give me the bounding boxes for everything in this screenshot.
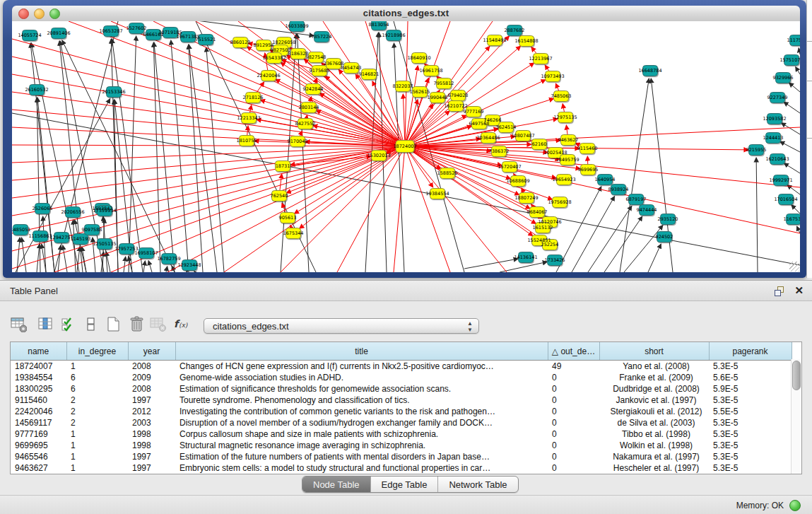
svg-text:8860123: 8860123 <box>230 40 251 45</box>
svg-text:22420046: 22420046 <box>257 73 280 78</box>
row-height-icon[interactable] <box>82 315 102 335</box>
svg-text:12975135: 12975135 <box>553 115 577 120</box>
network-table-select[interactable]: citations_edges.txt ▲▼ <box>204 318 479 334</box>
table-row[interactable]: 1830029562008Estimation of significance … <box>11 383 792 395</box>
tab-network-table[interactable]: Network Table <box>438 477 517 492</box>
svg-text:8322037: 8322037 <box>393 83 413 89</box>
column-header-year[interactable]: year <box>128 342 175 361</box>
column-header-pagerank[interactable]: pagerank <box>709 342 792 361</box>
svg-text:10120746: 10120746 <box>538 219 561 225</box>
table-cell: Tourette syndrome. Phenomenology and cla… <box>175 395 548 406</box>
svg-text:10653287: 10653287 <box>99 28 122 34</box>
table-row[interactable]: 977716911998Corpus callosum shape and si… <box>11 428 792 440</box>
table-scrollbar[interactable] <box>791 359 801 474</box>
table-row[interactable]: 911546021997Tourette syndrome. Phenomeno… <box>11 395 792 406</box>
column-header-short[interactable]: short <box>599 342 709 361</box>
svg-text:62160: 62160 <box>532 141 547 147</box>
svg-text:15751074: 15751074 <box>779 57 800 63</box>
table-cell: 1 <box>66 361 128 373</box>
table-cell: 2008 <box>128 361 175 373</box>
delete-table-icon[interactable] <box>128 315 148 335</box>
svg-text:20364486: 20364486 <box>476 135 500 141</box>
svg-text:6879197: 6879197 <box>626 197 647 202</box>
svg-text:12923448: 12923448 <box>177 262 201 268</box>
delete-column-disabled-icon[interactable] <box>149 315 169 335</box>
svg-text:12505135: 12505135 <box>93 241 116 247</box>
float-window-icon[interactable] <box>774 286 785 297</box>
select-column-icon[interactable] <box>37 315 57 335</box>
network-canvas[interactable]: 1872400788601238912954182260589827503165… <box>12 21 800 272</box>
table-header-row[interactable]: namein_degreeyeartitle△ out_de…shortpage… <box>11 342 792 361</box>
network-window-titlebar[interactable]: citations_edges.txt <box>12 6 800 22</box>
select-rows-check-icon[interactable] <box>60 315 80 335</box>
table-cell: 9115460 <box>11 395 66 406</box>
table-row[interactable]: 1872400712008Changes of HCN gene express… <box>11 361 792 373</box>
svg-text:16154808: 16154808 <box>514 38 538 44</box>
close-panel-icon[interactable]: ✕ <box>794 284 804 297</box>
table-cell: Yano et al. (2008) <box>599 361 709 373</box>
table-cell: 0 <box>548 383 599 395</box>
table-cell: Wolkin et al. (1998) <box>599 440 709 451</box>
new-table-icon[interactable] <box>105 315 124 335</box>
column-header-out_de[interactable]: △ out_de… <box>548 342 599 361</box>
svg-text:20153346: 20153346 <box>102 89 125 95</box>
table-row[interactable]: 946554611997Estimation of the future num… <box>11 451 792 462</box>
svg-text:7386372: 7386372 <box>489 148 510 154</box>
svg-text:10025418: 10025418 <box>543 150 567 156</box>
svg-text:8454743: 8454743 <box>341 65 362 71</box>
svg-text:8215955: 8215955 <box>746 147 767 153</box>
table-row[interactable]: 1456911722003Disruption of a novel membe… <box>11 417 792 428</box>
citation-network-graph[interactable]: 1872400788601238912954182260589827503165… <box>12 21 800 272</box>
table-cell: 0 <box>548 462 599 474</box>
table-scrollbar-thumb[interactable] <box>792 361 801 390</box>
tab-edge-table[interactable]: Edge Table <box>371 477 439 492</box>
column-header-name[interactable]: name <box>11 342 66 361</box>
svg-text:16210643: 16210643 <box>765 156 789 162</box>
svg-text:7955812: 7955812 <box>434 81 454 86</box>
table-settings-icon[interactable] <box>10 315 30 335</box>
memory-ok-indicator-icon[interactable] <box>789 500 801 511</box>
table-cell: 5.5E-5 <box>709 406 792 417</box>
table-cell: Franke et al. (2009) <box>599 372 709 383</box>
svg-text:7515521: 7515521 <box>196 37 216 42</box>
table-row[interactable]: 946362711997Embryonic stem cells: a mode… <box>11 462 792 474</box>
svg-text:9170043: 9170043 <box>288 139 308 144</box>
table-cell: 2 <box>66 417 128 428</box>
table-cell: Genome-wide association studies in ADHD. <box>175 372 548 383</box>
svg-text:2526065: 2526065 <box>33 206 53 211</box>
svg-text:9115460: 9115460 <box>577 146 598 151</box>
table-cell: 18724007 <box>11 361 66 373</box>
table-cell: 5.3E-5 <box>709 395 792 406</box>
column-header-in_degree[interactable]: in_degree <box>66 342 128 361</box>
table-cell: 49 <box>548 361 599 373</box>
table-cell: 5.3E-5 <box>709 417 792 428</box>
svg-text:1117554: 1117554 <box>787 37 800 43</box>
table-panel-title: Table Panel <box>10 286 58 296</box>
tab-node-table[interactable]: Node Table <box>302 477 371 492</box>
svg-text:6794028: 6794028 <box>448 93 469 98</box>
svg-text:26160532: 26160532 <box>25 87 48 93</box>
table-row[interactable]: 1938455462009Genome-wide association stu… <box>11 372 792 383</box>
column-header-title[interactable]: title <box>175 342 548 361</box>
table-cell: 6 <box>66 372 128 383</box>
svg-text:9227349: 9227349 <box>767 95 788 100</box>
table-panel-header: Table Panel ✕ <box>0 280 812 301</box>
table-row[interactable]: 969969511998Structural magnetic resonanc… <box>11 440 792 451</box>
table-cell: Estimation of the future numbers of pati… <box>175 451 548 462</box>
svg-text:10688609: 10688609 <box>506 178 529 184</box>
resize-grip-icon[interactable] <box>789 262 799 271</box>
table-cell: 1 <box>66 440 128 451</box>
table-cell: 1 <box>66 462 128 474</box>
svg-text:18731: 18731 <box>276 163 290 169</box>
svg-text:9329966: 9329966 <box>773 75 794 81</box>
table-row[interactable]: 2242004622012Investigating the contribut… <box>11 406 792 417</box>
svg-text:16958107: 16958107 <box>134 250 158 256</box>
svg-text:10807487: 10807487 <box>511 133 534 139</box>
svg-text:924502: 924502 <box>656 234 673 240</box>
svg-text:12213343: 12213343 <box>237 115 260 121</box>
svg-text:19756928: 19756928 <box>548 199 571 205</box>
table-cell: 1 <box>66 451 128 462</box>
svg-text:8938924: 8938924 <box>608 187 629 192</box>
table-cell: Changes of HCN gene expression and I(f) … <box>175 361 548 373</box>
function-builder-icon[interactable]: f(x) <box>172 315 192 335</box>
